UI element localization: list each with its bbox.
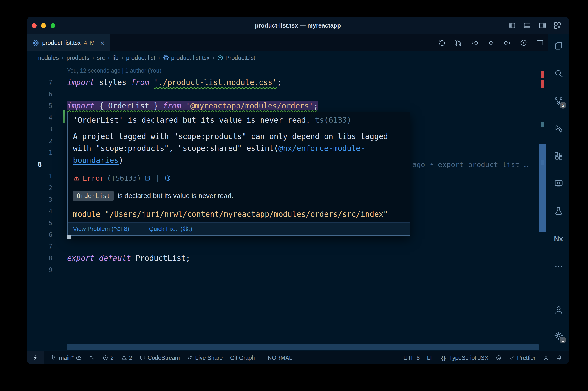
layout-sidebar-right-icon[interactable] — [538, 22, 546, 29]
account-activity-item[interactable] — [551, 302, 566, 317]
editor-area[interactable]: You, 12 seconds ago | 1 author (You)7imp… — [27, 64, 569, 351]
breadcrumb-separator: › — [62, 54, 64, 61]
circle-icon[interactable] — [487, 39, 495, 47]
tab-product-list[interactable]: product-list.tsx 4, M × — [27, 34, 110, 51]
gear-activity-item[interactable]: 1 — [551, 328, 566, 343]
split-icon[interactable] — [536, 39, 544, 47]
status-live-share[interactable]: Live Share — [187, 355, 223, 361]
breadcrumb-item-src[interactable]: src — [97, 54, 105, 61]
status-eol[interactable]: LF — [427, 355, 434, 361]
history-icon[interactable] — [438, 39, 446, 47]
line-number[interactable]: 7 — [27, 241, 67, 252]
nx-rule-link[interactable]: @nx/enforce-module- — [278, 144, 365, 153]
overview-error-mark — [541, 71, 544, 78]
line-number[interactable]: 1 — [27, 170, 67, 182]
check-icon — [509, 355, 515, 361]
line-number[interactable]: 9 — [27, 264, 67, 276]
line-number[interactable]: 2 — [27, 135, 67, 147]
warning-icon — [121, 355, 127, 361]
extensions-activity-item[interactable] — [551, 149, 566, 163]
debug-activity-item[interactable] — [551, 121, 566, 136]
code-token: export — [67, 254, 94, 263]
error-detail-row: OrderList is declared but its value is n… — [73, 189, 404, 203]
status-vim-mode[interactable]: -- NORMAL -- — [262, 355, 297, 361]
search-activity-item[interactable] — [551, 66, 566, 81]
breadcrumb-label: product-list.tsx — [171, 54, 210, 61]
line-number[interactable]: 7 — [27, 77, 67, 88]
graph-activity-item[interactable]: 5 — [551, 94, 566, 108]
line-number[interactable]: 5 — [27, 217, 67, 229]
line-number[interactable]: 3 — [27, 123, 67, 135]
line-number[interactable]: 2 — [27, 182, 67, 194]
code-content[interactable] — [67, 241, 548, 252]
breadcrumb-item-products[interactable]: products — [66, 54, 89, 61]
view-problem-action[interactable]: View Problem (⌥F8) — [73, 225, 129, 232]
line-number[interactable]: 5 — [27, 100, 67, 112]
status-git-graph[interactable]: Git Graph — [230, 355, 255, 361]
breadcrumb-item-lib[interactable]: lib — [113, 54, 118, 61]
status-codestream[interactable]: CodeStream — [140, 355, 180, 361]
nx-rule-link-wrap[interactable]: boundaries — [73, 156, 119, 165]
remote-activity-item[interactable] — [551, 176, 566, 191]
files-activity-item[interactable] — [551, 38, 566, 53]
pr-icon[interactable] — [455, 39, 462, 47]
layout-grid-icon[interactable] — [554, 22, 561, 29]
code-content[interactable]: export default ProductList; — [67, 252, 548, 264]
breadcrumb-item-product-list[interactable]: product-list — [126, 54, 155, 61]
line-number[interactable]: 8 — [27, 252, 67, 264]
horizontal-scrollbar-thumb[interactable] — [67, 344, 539, 350]
extensions-icon — [554, 151, 563, 161]
popup-resize-grip[interactable] — [67, 235, 71, 239]
line-number[interactable] — [27, 65, 67, 77]
status-language-mode[interactable]: {}TypeScript JSX — [441, 355, 489, 361]
nx-console-activity-item[interactable]: Nx — [551, 231, 566, 246]
line-number[interactable]: 6 — [27, 88, 67, 100]
line-number[interactable]: 4 — [27, 205, 67, 217]
nextchange-icon[interactable] — [504, 39, 511, 47]
breadcrumb-item-product-list-tsx[interactable]: product-list.tsx — [163, 54, 210, 61]
beaker-activity-item[interactable] — [551, 204, 566, 218]
code-content[interactable]: import styles from './product-list.modul… — [67, 77, 548, 88]
code-content[interactable]: import { OrderList } from '@myreactapp/m… — [67, 100, 548, 112]
code-content[interactable] — [67, 88, 548, 100]
status-formatter[interactable]: Prettier — [509, 355, 536, 361]
run-icon[interactable] — [520, 39, 527, 47]
vertical-scrollbar-thumb[interactable] — [539, 144, 546, 232]
gitlens-blame-header[interactable]: You, 12 seconds ago | 1 author (You) — [67, 65, 548, 77]
code-token: OrderList — [108, 101, 149, 110]
layout-panel-bottom-icon[interactable] — [523, 22, 531, 29]
line-number[interactable]: 6 — [27, 229, 67, 241]
status-gitlens-compare[interactable] — [89, 355, 95, 361]
line-number[interactable]: 1 — [27, 147, 67, 159]
tab-close-button[interactable]: × — [100, 39, 104, 47]
code-content[interactable] — [67, 264, 548, 276]
line-number[interactable]: 8 — [27, 159, 67, 170]
breadcrumb-item-productlist[interactable]: ProductList — [217, 54, 255, 61]
highlighted-statement: import { OrderList } from '@myreactapp/m… — [67, 101, 318, 110]
prevchange-icon[interactable] — [471, 39, 478, 47]
globe-icon[interactable] — [164, 175, 171, 182]
line-number[interactable]: 4 — [27, 112, 67, 123]
status-encoding[interactable]: UTF-8 — [403, 355, 420, 361]
status-problems-warnings[interactable]: 2 — [121, 355, 132, 361]
status-bar-right: UTF-8LF{}TypeScript JSXPrettier — [403, 351, 569, 364]
line-number[interactable]: 3 — [27, 194, 67, 205]
layout-sidebar-left-icon[interactable] — [508, 22, 516, 29]
eslint-diagnostic-message: A project tagged with "scope:products" c… — [68, 128, 410, 169]
status-feedback[interactable] — [496, 355, 502, 361]
status-notifications[interactable] — [556, 355, 562, 361]
code-token: default — [99, 254, 131, 263]
external-link-icon[interactable] — [144, 175, 151, 182]
breadcrumb-separator: › — [92, 54, 94, 61]
status-accounts-status[interactable] — [543, 355, 549, 361]
status-problems-errors[interactable]: 2 — [102, 355, 114, 361]
status-git-branch[interactable]: main* — [51, 355, 82, 361]
code-token: import — [67, 78, 94, 87]
status-remote-indicator[interactable] — [27, 351, 44, 364]
overview-change-mark — [541, 122, 544, 127]
code-token — [94, 254, 99, 263]
breadcrumb-item-modules[interactable]: modules — [36, 54, 59, 61]
code-token: { — [94, 101, 108, 110]
quick-fix-action[interactable]: Quick Fix... (⌘.) — [149, 225, 192, 232]
more-activity-item[interactable] — [551, 259, 566, 274]
